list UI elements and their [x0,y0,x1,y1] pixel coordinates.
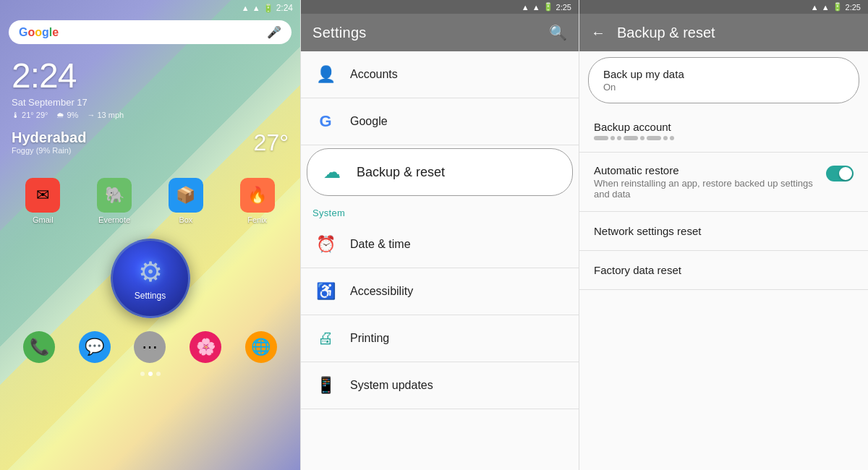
account-dot-1 [594,136,608,140]
search-bar[interactable]: Google 🎤 [9,20,292,44]
backup-time: 2:25 [846,3,861,12]
backup-my-data-item[interactable]: Back up my data On [588,57,859,103]
backup-account-item[interactable]: Backup account [579,109,868,153]
backup-label: Backup & reset [357,165,445,180]
account-dot-7 [663,136,668,140]
page-dot-1 [140,372,145,376]
weather-description: Foggy (9% Rain) [12,146,86,155]
accounts-label: Accounts [350,68,398,81]
settings-item-printing[interactable]: 🖨 Printing [301,315,579,362]
network-reset-item[interactable]: Network settings reset [579,212,868,251]
settings-item-system-updates[interactable]: 📱 System updates [301,362,579,409]
box-icon: 📦 [169,178,203,213]
datetime-icon: ⏰ [312,231,339,257]
backup-signal-icon: ▲ [822,3,830,12]
automatic-restore-toggle[interactable] [826,166,854,181]
backup-account-title: Backup account [594,121,854,133]
backup-account-dots [594,136,854,140]
apps-dock-icon[interactable]: ⋯ [134,331,166,363]
system-updates-label: System updates [350,379,433,392]
gmail-icon: ✉ [25,178,60,213]
date-display: Sat September 17 [12,97,289,108]
account-dot-4 [624,136,638,140]
city-name: Hyderabad [12,129,86,146]
box-app[interactable]: 📦 Box [169,178,203,224]
evernote-icon: 🐘 [97,178,132,213]
factory-reset-item[interactable]: Factory data reset [579,251,868,290]
account-dot-2 [610,136,615,140]
backup-header: ← Backup & reset [579,14,868,51]
system-section-label: System [301,199,579,221]
account-dot-6 [647,136,661,140]
settings-circle: ⚙ Settings [111,239,190,318]
datetime-label: Date & time [350,238,411,251]
app-dock: 📞 💬 ⋯ 🌸 🌐 [0,325,300,369]
evernote-app[interactable]: 🐘 Evernote [97,178,132,224]
fenix-app[interactable]: 🔥 Fenix [240,178,275,224]
mic-icon[interactable]: 🎤 [267,25,281,39]
chrome-dock-icon[interactable]: 🌐 [245,331,277,363]
automatic-restore-desc: When reinstalling an app, restore backed… [594,178,826,200]
backup-wifi-icon: ▲ [811,3,819,12]
accessibility-label: Accessibility [350,285,413,298]
automatic-restore-title: Automatic restore [594,164,826,176]
settings-item-accounts[interactable]: 👤 Accounts [301,51,579,98]
photos-dock-icon[interactable]: 🌸 [190,331,221,363]
backup-my-data-title: Back up my data [603,68,844,80]
google-settings-icon: G [312,108,339,134]
city-info: Hyderabad Foggy (9% Rain) [12,129,86,155]
settings-time: 2:25 [556,3,571,12]
settings-title: Settings [312,25,367,41]
settings-search-icon[interactable]: 🔍 [549,24,567,41]
back-arrow-icon[interactable]: ← [591,25,605,41]
printing-icon: 🖨 [312,325,339,351]
backup-battery-icon: 🔋 [833,2,843,12]
settings-item-backup[interactable]: ☁ Backup & reset [307,148,573,196]
settings-wifi-icon: ▲ [522,3,529,12]
automatic-restore-content: Automatic restore When reinstalling an a… [594,164,826,200]
wind-speed: → 13 mph [87,111,124,119]
home-screen: ▲ ▲ 🔋 2:24 Google 🎤 2:24 Sat September 1… [0,0,300,470]
home-battery-icon: 🔋 [263,4,273,13]
settings-item-datetime[interactable]: ⏰ Date & time [301,221,579,268]
backup-my-data-value: On [603,82,844,93]
temp-range: 🌡 21° 29° [12,111,48,119]
backup-screen: ▲ ▲ 🔋 2:25 ← Backup & reset Back up my d… [579,0,868,470]
weather-details: 🌡 21° 29° 🌧 9% → 13 mph [12,111,289,119]
settings-app-center[interactable]: ⚙ Settings [0,239,300,318]
gmail-label: Gmail [33,215,54,224]
settings-screen: ▲ ▲ 🔋 2:25 Settings 🔍 👤 Accounts G Googl… [300,0,579,470]
system-updates-icon: 📱 [312,372,339,398]
google-label: Google [350,115,388,128]
app-grid: ✉ Gmail 🐘 Evernote 📦 Box 🔥 Fenix [0,163,300,231]
evernote-label: Evernote [98,215,130,224]
settings-item-accessibility[interactable]: ♿ Accessibility [301,268,579,315]
settings-item-google[interactable]: G Google [301,98,579,145]
backup-settings-icon: ☁ [319,159,345,185]
factory-reset-title: Factory data reset [594,264,854,276]
accounts-icon: 👤 [312,61,339,87]
automatic-restore-item[interactable]: Automatic restore When reinstalling an a… [579,153,868,212]
settings-app-label: Settings [135,291,166,301]
messages-dock-icon[interactable]: 💬 [79,331,111,363]
fenix-icon: 🔥 [240,178,275,213]
page-indicators [0,372,300,376]
phone-dock-icon[interactable]: 📞 [23,331,55,363]
printing-label: Printing [350,332,389,345]
backup-content: Back up my data On Backup account Automa… [579,51,868,470]
account-dot-3 [617,136,621,140]
home-status-bar: ▲ ▲ 🔋 2:24 [0,0,300,16]
home-wifi-icon: ▲ [242,4,250,12]
page-dot-2 [148,372,153,376]
settings-battery-icon: 🔋 [543,2,553,12]
home-signal-icon: ▲ [252,4,260,12]
gmail-app[interactable]: ✉ Gmail [25,178,60,224]
home-time: 2:24 [276,3,293,13]
fenix-label: Fenix [247,215,267,224]
clock-display: 2:24 [12,56,289,95]
box-label: Box [179,215,192,224]
settings-list: 👤 Accounts G Google ☁ Backup & reset Sys… [301,51,579,470]
backup-header-title: Backup & reset [617,25,715,41]
weather-widget: 2:24 Sat September 17 🌡 21° 29° 🌧 9% → 1… [0,48,300,127]
settings-status-bar: ▲ ▲ 🔋 2:25 [301,0,579,14]
